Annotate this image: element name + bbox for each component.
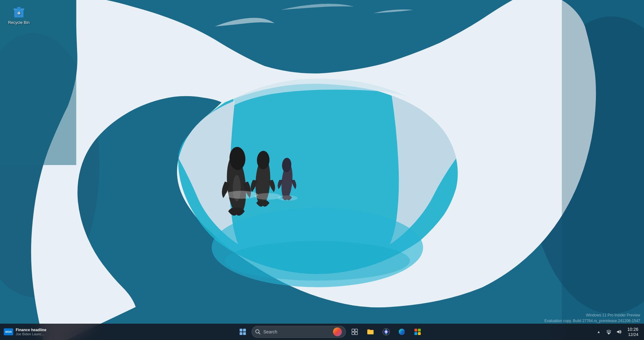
clock-button[interactable]: 10:26 12/24 xyxy=(624,324,641,340)
taskbar: MSN Finance headline Joe Biden Launc... xyxy=(0,324,644,340)
ms-store-button[interactable] xyxy=(411,325,425,339)
svg-rect-22 xyxy=(243,329,246,332)
network-icon xyxy=(606,329,611,334)
news-text: Finance headline Joe Biden Launc... xyxy=(16,328,46,336)
recycle-bin-icon[interactable]: ♻ Recycle Bin xyxy=(6,4,31,25)
clock-time: 10:26 xyxy=(627,327,638,332)
svg-point-4 xyxy=(225,241,410,281)
chevron-up-icon: ▲ xyxy=(597,330,601,334)
taskbar-center: Search xyxy=(69,325,591,339)
svg-point-14 xyxy=(278,195,297,201)
svg-rect-24 xyxy=(243,332,246,335)
search-bar[interactable]: Search xyxy=(252,326,346,338)
svg-point-12 xyxy=(225,191,258,199)
edge-button[interactable] xyxy=(395,325,409,339)
svg-rect-35 xyxy=(414,332,417,335)
svg-rect-15 xyxy=(562,0,644,340)
svg-rect-28 xyxy=(355,329,358,332)
task-view-icon xyxy=(352,329,358,335)
copilot-button[interactable] xyxy=(379,325,393,339)
svg-point-13 xyxy=(255,193,281,200)
svg-rect-27 xyxy=(352,329,354,332)
news-subtitle: Joe Biden Launc... xyxy=(16,332,46,336)
svg-rect-23 xyxy=(240,332,242,335)
bing-logo xyxy=(333,327,342,336)
network-button[interactable] xyxy=(604,326,613,338)
ms-store-icon xyxy=(414,328,421,336)
clock-date: 12/24 xyxy=(628,332,638,337)
svg-rect-37 xyxy=(608,332,609,334)
search-icon xyxy=(255,329,261,335)
news-icon: MSN xyxy=(4,328,13,335)
svg-rect-36 xyxy=(418,332,421,335)
edge-icon xyxy=(398,328,406,336)
copilot-icon xyxy=(382,328,390,336)
task-view-button[interactable] xyxy=(348,325,362,339)
start-icon xyxy=(239,328,246,335)
wallpaper-svg xyxy=(0,0,644,340)
search-label: Search xyxy=(263,329,330,334)
svg-rect-21 xyxy=(240,329,242,332)
file-explorer-icon xyxy=(367,328,374,336)
svg-rect-19 xyxy=(17,7,21,9)
recycle-bin-label: Recycle Bin xyxy=(8,20,30,25)
show-hidden-icons-button[interactable]: ▲ xyxy=(594,326,603,338)
svg-point-32 xyxy=(385,331,387,333)
file-explorer-button[interactable] xyxy=(364,325,377,339)
svg-line-26 xyxy=(259,333,260,334)
start-button[interactable] xyxy=(236,325,250,339)
svg-rect-33 xyxy=(414,329,417,332)
svg-rect-38 xyxy=(607,332,610,333)
volume-icon xyxy=(616,329,621,334)
svg-rect-34 xyxy=(418,329,421,332)
desktop: ♻ Recycle Bin Windows 11 Pro Insider Pre… xyxy=(0,0,644,340)
volume-button[interactable] xyxy=(614,326,624,338)
svg-rect-30 xyxy=(355,332,358,335)
taskbar-news[interactable]: MSN Finance headline Joe Biden Launc... xyxy=(0,324,69,340)
svg-rect-29 xyxy=(352,332,354,335)
svg-text:♻: ♻ xyxy=(17,11,20,15)
recycle-bin-svg: ♻ xyxy=(12,4,26,19)
taskbar-right: ▲ 🔋 xyxy=(591,324,644,340)
news-title: Finance headline xyxy=(16,328,46,332)
